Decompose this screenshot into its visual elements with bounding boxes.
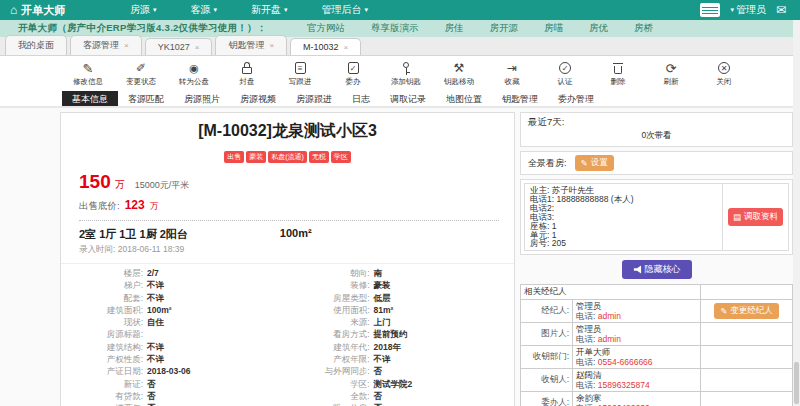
top-menu-管理后台[interactable]: 管理后台▾ <box>322 3 369 17</box>
toolbar-修改信息[interactable]: ✎修改信息 <box>70 60 106 87</box>
owner-row: 电话3: <box>530 213 717 222</box>
agent-row: 经纪人:管理员电话: admin✎变更经纪人 <box>521 300 793 323</box>
notice-link[interactable]: 官方网站 <box>307 22 345 35</box>
version-badge <box>700 3 720 17</box>
toolbar-封盘[interactable]: 封盘 <box>229 60 265 87</box>
close-icon[interactable]: × <box>195 43 200 52</box>
top-menu-list: 房源▾客源▾新开盘▾管理后台▾ <box>130 3 368 17</box>
chevron-down-icon: ▾ <box>730 6 734 14</box>
owner-row: 座栋: 1 <box>530 222 717 231</box>
detail-row: 全款:否 <box>288 390 515 402</box>
tab-钥匙管理[interactable]: 钥匙管理× <box>215 35 287 55</box>
subtab-日志[interactable]: 日志 <box>342 91 380 106</box>
subtab-房源视频[interactable]: 房源视频 <box>230 91 286 106</box>
toolbar-收藏[interactable]: ⇥收藏 <box>494 60 530 87</box>
tab-客源管理[interactable]: 客源管理× <box>70 35 142 55</box>
chevron-down-icon: ▾ <box>214 6 218 14</box>
close-icon[interactable]: × <box>344 43 349 52</box>
change-agent-button[interactable]: ✎变更经纪人 <box>714 303 779 319</box>
hide-core-button[interactable]: 隐藏核心 <box>622 260 692 279</box>
agent-row: 收钥人:赵阔清电话: 15896325874 <box>521 369 793 392</box>
close-icon[interactable]: × <box>269 41 274 50</box>
owner-action-cell: ▤ 调取资料 <box>723 183 789 251</box>
floor-price-label: 出售底价: <box>79 200 120 213</box>
total-price-unit: 万 <box>115 178 125 192</box>
notice-link[interactable]: 房优 <box>589 22 608 35</box>
close-icon[interactable]: × <box>124 41 129 50</box>
top-navigation-bar: ⌂ 开单大师 房源▾客源▾新开盘▾管理后台▾ ▾ 管理员 ✉ <box>0 0 800 20</box>
pencil-icon: ✎ <box>83 60 94 76</box>
notice-link[interactable]: 房桥 <box>634 22 653 35</box>
top-menu-新开盘[interactable]: 新开盘▾ <box>251 3 288 17</box>
subtab-调取记录[interactable]: 调取记录 <box>380 91 436 106</box>
notice-link[interactable]: 房喵 <box>544 22 563 35</box>
subtab-房源跟进[interactable]: 房源跟进 <box>286 91 342 106</box>
detail-row: 楼层:2/7 <box>61 267 288 279</box>
agent-row: 收钥部门:开单大师电话: 0554-6666666 <box>521 346 793 369</box>
divider <box>79 220 499 221</box>
vertical-scrollbar[interactable] <box>793 20 800 406</box>
toolbar-认证[interactable]: ✓认证 <box>547 60 583 87</box>
listing-tag: 学区 <box>331 151 351 163</box>
panorama-setup-button[interactable]: ✎ 设置 <box>575 155 614 171</box>
subtab-钥匙管理[interactable]: 钥匙管理 <box>492 91 548 106</box>
panorama-label: 全景看房: <box>528 157 567 170</box>
subtab-客源匹配[interactable]: 客源匹配 <box>118 91 174 106</box>
owner-box: 业主: 苏子叶先生电话1: 18888888888 (本人)电话2: 电话3: … <box>520 179 793 255</box>
toolbar-添加钥匙[interactable]: 添加钥匙 <box>388 60 424 87</box>
chevron-down-icon: ▾ <box>365 6 369 14</box>
toolbar-委办[interactable]: ✓委办 <box>335 60 371 87</box>
notice-link[interactable]: 房佳 <box>444 22 463 35</box>
related-agents-table: 相关经纪人经纪人:管理员电话: admin✎变更经纪人图片人:管理员电话: ad… <box>520 284 793 406</box>
detail-row: 产权性质:不详 <box>61 353 288 365</box>
floor-price-unit: 万 <box>150 200 159 213</box>
edit-icon: ✐ <box>136 60 146 76</box>
toolbar-钥匙移动[interactable]: ⚒钥匙移动 <box>441 60 477 87</box>
detail-row: 学区:测试学院2 <box>288 378 515 390</box>
app-logo[interactable]: ⌂ 开单大师 <box>0 3 130 18</box>
mail-icon[interactable]: ✉ <box>776 3 786 17</box>
toolbar-变更状态[interactable]: ✐变更状态 <box>123 60 159 87</box>
detail-row: 有贷款:否 <box>61 390 288 402</box>
tab-YK1027[interactable]: YK1027× <box>145 38 213 55</box>
detail-row: 产证日期:2018-03-06 <box>61 365 288 377</box>
app-title: 开单大师 <box>21 3 65 18</box>
notice-link[interactable]: 尊享版演示 <box>371 22 419 35</box>
chevron-down-icon: ▾ <box>284 6 288 14</box>
detail-row: 与外网同步:否 <box>288 365 515 377</box>
top-menu-房源[interactable]: 房源▾ <box>130 3 157 17</box>
listing-tag: 豪装 <box>246 151 266 163</box>
megaphone-icon <box>633 265 642 274</box>
owner-row: 电话1: 18888888888 (本人) <box>530 195 717 204</box>
subtab-基本信息[interactable]: 基本信息 <box>62 91 118 106</box>
detail-row: 满两年:否 <box>61 402 288 406</box>
subtab-委办管理[interactable]: 委办管理 <box>548 91 604 106</box>
entry-time: 录入时间: 2018-06-11 18:39 <box>79 244 514 256</box>
detail-row: 梯户:不详 <box>61 279 288 291</box>
topbar-right: ▾ 管理员 ✉ <box>700 3 800 17</box>
toolbar-写跟进[interactable]: ≡写跟进 <box>282 60 318 87</box>
detail-row: 房屋类型:低层 <box>288 292 515 304</box>
layout-row: 2室 1厅 1卫 1厨 2阳台 100m² <box>79 227 514 242</box>
toolbar-转为公盘[interactable]: ◉转为公盘 <box>176 60 212 87</box>
tools-icon: ⚒ <box>454 60 465 76</box>
toolbar-删除[interactable]: 删除 <box>600 60 636 87</box>
retrieve-owner-info-button[interactable]: ▤ 调取资料 <box>728 208 783 226</box>
tab-我的桌面[interactable]: 我的桌面 <box>5 35 67 55</box>
subtab-地图位置[interactable]: 地图位置 <box>436 91 492 106</box>
tab-M-10032[interactable]: M-10032× <box>290 38 361 55</box>
room-layout: 2室 1厅 1卫 1厨 2阳台 <box>79 227 188 242</box>
key-icon <box>401 60 411 76</box>
price-block: 150 万 15000元/平米 出售底价: 123 万 <box>79 171 514 213</box>
notice-link[interactable]: 房开源 <box>489 22 518 35</box>
listing-tag-row: 出售豪装私盘(流通)无税学区 <box>61 145 514 163</box>
detail-row: 现状:自住 <box>61 316 288 328</box>
listing-tag: 私盘(流通) <box>268 151 307 163</box>
toolbar-刷新[interactable]: ⟳刷新 <box>653 60 689 87</box>
toolbar-关闭[interactable]: ✕关闭 <box>706 60 742 87</box>
subtab-房源照片[interactable]: 房源照片 <box>174 91 230 106</box>
scrollbar-thumb[interactable] <box>794 362 799 404</box>
user-menu[interactable]: ▾ 管理员 <box>730 3 766 17</box>
detail-row: 看房方式:提前预约 <box>288 328 515 340</box>
top-menu-客源[interactable]: 客源▾ <box>191 3 218 17</box>
